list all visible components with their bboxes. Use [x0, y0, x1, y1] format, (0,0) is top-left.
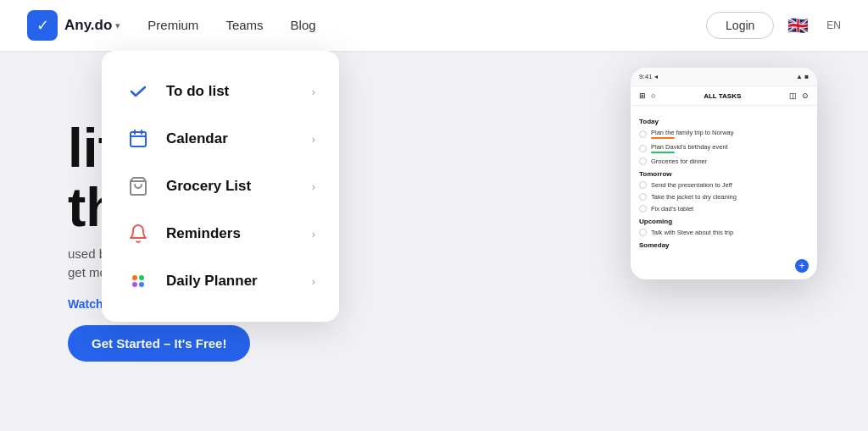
chevron-right-icon: › [312, 180, 315, 193]
menu-label-reminders: Reminders [166, 225, 297, 242]
svg-point-7 [132, 282, 137, 287]
calendar-icon [125, 126, 151, 152]
task-checkbox[interactable] [639, 205, 647, 213]
task-checkbox[interactable] [639, 157, 647, 165]
nav-item-premium[interactable]: Premium [147, 18, 198, 33]
task-underline [651, 137, 675, 139]
task-text: Fix dad's tablet [651, 205, 693, 213]
task-text: Plan David's birthday event [651, 143, 728, 151]
svg-point-8 [139, 282, 144, 287]
circle-icon: ○ [651, 91, 655, 100]
phone-time: 9:41 ◂ [639, 73, 658, 80]
phone-bottom: + [631, 259, 817, 279]
task-checkbox[interactable] [639, 145, 647, 152]
task-text: Groceries for dinner [651, 157, 707, 165]
navbar: ✓ Any.do ▾ Premium Teams Blog Login 🇬🇧 E… [0, 0, 868, 51]
language-flag-icon[interactable]: 🇬🇧 [787, 17, 811, 34]
chevron-right-icon: › [312, 228, 315, 240]
task-checkbox[interactable] [639, 130, 647, 138]
menu-item-reminders[interactable]: Reminders › [102, 210, 339, 257]
more-icon: ⊙ [802, 91, 809, 100]
grid-icon: ⊞ [639, 91, 646, 100]
phone-content: Today Plan the family trip to Norway Pla… [631, 106, 817, 259]
task-4[interactable]: Send the presentation to Jeff [639, 181, 809, 189]
menu-item-todo[interactable]: To do list › [102, 68, 339, 115]
dots-icon [125, 268, 151, 294]
section-tomorrow: Tomorrow [639, 170, 809, 178]
nav-links: Premium Teams Blog [147, 18, 315, 33]
svg-rect-0 [131, 132, 146, 146]
task-text: Plan the family trip to Norway [651, 129, 734, 136]
task-1[interactable]: Plan the family trip to Norway [639, 129, 809, 139]
login-button[interactable]: Login [706, 12, 774, 39]
section-today: Today [639, 118, 809, 125]
task-checkbox[interactable] [639, 181, 647, 189]
task-underline [651, 152, 675, 153]
task-text: Take the jacket to dry cleaning [651, 193, 737, 201]
task-text: Talk with Steve about this trip [651, 229, 733, 236]
fab-add-button[interactable]: + [795, 259, 809, 273]
brand-name[interactable]: Any.do [64, 17, 112, 34]
svg-point-6 [139, 275, 144, 280]
brand-chevron-icon[interactable]: ▾ [115, 20, 120, 31]
nav-item-teams[interactable]: Teams [225, 18, 263, 33]
svg-point-5 [132, 275, 137, 280]
section-upcoming: Upcoming [639, 218, 809, 225]
menu-label-calendar: Calendar [166, 130, 297, 147]
grocery-icon [125, 174, 151, 199]
columns-icon: ◫ [789, 91, 797, 100]
menu-item-planner[interactable]: Daily Planner › [102, 257, 339, 305]
nav-right: Login 🇬🇧 EN [706, 12, 841, 39]
task-checkbox[interactable] [639, 193, 647, 201]
task-checkbox[interactable] [639, 229, 647, 236]
phone-mockup: 9:41 ◂ ▲ ■ ⊞ ○ ALL TASKS ◫ ⊙ Today Plan … [631, 68, 817, 279]
phone-status-icons: ▲ ■ [796, 73, 809, 80]
chevron-right-icon: › [312, 133, 315, 146]
menu-item-calendar[interactable]: Calendar › [102, 115, 339, 163]
task-2[interactable]: Plan David's birthday event [639, 143, 809, 153]
dropdown-menu: To do list › Calendar › Grocery List › [102, 51, 339, 322]
phone-toolbar: ⊞ ○ ALL TASKS ◫ ⊙ [631, 86, 817, 106]
task-7[interactable]: Talk with Steve about this trip [639, 229, 809, 236]
bell-icon [125, 221, 151, 246]
task-text: Send the presentation to Jeff [651, 181, 732, 189]
nav-item-blog[interactable]: Blog [291, 18, 316, 33]
task-6[interactable]: Fix dad's tablet [639, 205, 809, 213]
all-tasks-tab[interactable]: ALL TASKS [660, 92, 784, 100]
menu-label-grocery: Grocery List [166, 178, 297, 195]
menu-item-grocery[interactable]: Grocery List › [102, 163, 339, 210]
check-icon [125, 79, 151, 104]
chevron-right-icon: › [312, 86, 315, 98]
menu-label-todo: To do list [166, 83, 297, 100]
menu-label-planner: Daily Planner [166, 273, 297, 290]
checkmark-icon: ✓ [36, 16, 49, 35]
phone-status-bar: 9:41 ◂ ▲ ■ [631, 68, 817, 86]
logo[interactable]: ✓ [27, 10, 58, 41]
language-code[interactable]: EN [826, 19, 841, 31]
task-5[interactable]: Take the jacket to dry cleaning [639, 193, 809, 201]
section-someday: Someday [639, 241, 809, 249]
chevron-right-icon: › [312, 275, 315, 288]
task-3[interactable]: Groceries for dinner [639, 157, 809, 165]
cta-button[interactable]: Get Started – It's Free! [68, 325, 250, 362]
